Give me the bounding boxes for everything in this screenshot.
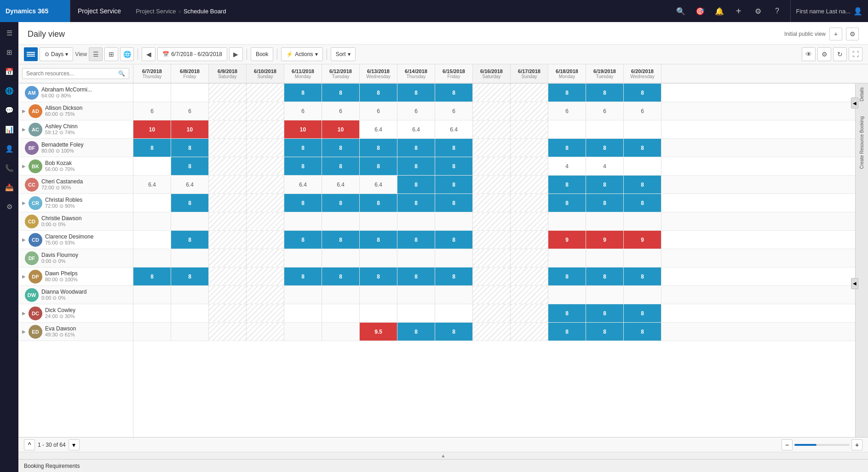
day-cell[interactable]: 8 <box>435 323 473 341</box>
day-cell[interactable]: 8 <box>360 194 397 212</box>
day-cell[interactable] <box>209 249 247 267</box>
zoom-in-button[interactable]: + <box>851 439 862 450</box>
sidebar-chart-icon[interactable]: 📊 <box>0 120 18 139</box>
resource-info-row[interactable]: DW Dianna Woodward 0:00 ⊙ 0% <box>18 286 133 304</box>
resource-info-row[interactable]: CC Cheri Castaneda 72:00 ⊙ 90% <box>18 176 133 194</box>
day-cell[interactable] <box>360 212 397 230</box>
create-booking-collapse-button[interactable]: ◀ <box>851 278 858 289</box>
resource-info-row[interactable]: DF Davis Flournoy 0:00 ⊙ 0% <box>18 249 133 267</box>
day-cell[interactable] <box>511 176 548 193</box>
refresh-button[interactable]: ↻ <box>833 47 847 61</box>
date-picker-button[interactable]: 📅 6/7/2018 - 6/20/2018 <box>157 47 227 61</box>
day-cell[interactable] <box>511 120 548 138</box>
day-cell[interactable]: 8 <box>435 267 473 285</box>
scroll-indicator[interactable]: ▲ <box>18 452 868 459</box>
day-cell[interactable]: 8 <box>435 231 473 249</box>
day-cell[interactable] <box>511 249 548 267</box>
resource-info-row[interactable]: BF Bernadette Foley 80:00 ⊙ 100% <box>18 139 133 157</box>
day-cell[interactable] <box>209 231 247 249</box>
day-cell[interactable] <box>171 212 209 230</box>
day-cell[interactable] <box>360 286 397 304</box>
day-cell[interactable]: 9 <box>586 231 624 249</box>
day-cell[interactable]: 9 <box>548 231 586 249</box>
resource-info-row[interactable]: ▶ AD Allison Dickson 60:00 ⊙ 75% <box>18 102 133 120</box>
day-cell[interactable] <box>247 231 284 249</box>
day-cell[interactable] <box>247 102 284 120</box>
day-cell[interactable] <box>586 249 624 267</box>
day-cell[interactable]: 8 <box>284 157 322 175</box>
help-icon[interactable]: ? <box>768 0 787 22</box>
day-cell[interactable] <box>511 304 548 322</box>
search-icon[interactable]: 🔍 <box>672 0 690 22</box>
day-cell[interactable]: 8 <box>322 231 360 249</box>
user-area[interactable]: First name Last na... 👤 <box>790 0 868 22</box>
day-cell[interactable] <box>209 267 247 285</box>
day-cell[interactable]: 8 <box>624 139 661 157</box>
day-cell[interactable] <box>247 212 284 230</box>
sidebar-settings2-icon[interactable]: ⚙ <box>0 198 18 216</box>
day-cell[interactable] <box>473 231 511 249</box>
day-cell[interactable] <box>209 323 247 341</box>
day-cell[interactable] <box>247 286 284 304</box>
day-cell[interactable]: 8 <box>397 157 435 175</box>
day-cell[interactable] <box>209 139 247 157</box>
day-cell[interactable]: 8 <box>397 231 435 249</box>
day-cell[interactable] <box>171 286 209 304</box>
actions-button[interactable]: ⚡ Actions ▾ <box>281 47 322 61</box>
day-cell[interactable]: 10 <box>133 120 171 138</box>
sidebar-menu-icon[interactable]: ☰ <box>0 24 18 42</box>
day-cell[interactable]: 8 <box>548 323 586 341</box>
filter-panel-button[interactable] <box>24 47 38 61</box>
day-cell[interactable] <box>209 304 247 322</box>
day-cell[interactable]: 6 <box>435 102 473 120</box>
day-cell[interactable] <box>548 120 586 138</box>
resource-info-row[interactable]: AM Abraham McCormi... 64:00 ⊙ 80% <box>18 84 133 102</box>
day-cell[interactable]: 8 <box>171 157 209 175</box>
day-cell[interactable]: 6 <box>171 102 209 120</box>
bell-icon[interactable]: 🔔 <box>710 0 729 22</box>
day-cell[interactable]: 8 <box>624 194 661 212</box>
resource-search-icon[interactable]: 🔍 <box>115 68 129 79</box>
grid-view-button[interactable]: ⊞ <box>104 47 118 61</box>
details-label[interactable]: Details <box>857 84 866 105</box>
day-cell[interactable] <box>473 176 511 193</box>
day-cell[interactable] <box>624 120 661 138</box>
day-cell[interactable]: 8 <box>435 139 473 157</box>
day-cell[interactable] <box>247 304 284 322</box>
day-cell[interactable] <box>473 102 511 120</box>
sidebar-chat-icon[interactable]: 💬 <box>0 101 18 119</box>
day-cell[interactable] <box>171 304 209 322</box>
day-cell[interactable]: 6.4 <box>284 176 322 193</box>
day-cell[interactable] <box>548 286 586 304</box>
day-cell[interactable]: 8 <box>397 84 435 102</box>
day-cell[interactable]: 4 <box>548 157 586 175</box>
day-cell[interactable]: 10 <box>322 120 360 138</box>
calendar-grid-area[interactable]: 888888886666666666101010106.46.46.488888… <box>133 84 855 437</box>
day-cell[interactable]: 6.4 <box>360 120 397 138</box>
resource-info-row[interactable]: ▶ CD Clarence Desimone 75:00 ⊙ 93% <box>18 231 133 249</box>
day-cell[interactable] <box>397 304 435 322</box>
day-cell[interactable] <box>247 249 284 267</box>
day-cell[interactable]: 6.4 <box>171 176 209 193</box>
day-cell[interactable]: 8 <box>624 176 661 193</box>
day-cell[interactable] <box>586 120 624 138</box>
collapse-rows-button[interactable]: ^ <box>24 439 35 450</box>
day-cell[interactable] <box>511 286 548 304</box>
day-cell[interactable]: 8 <box>397 194 435 212</box>
day-cell[interactable]: 8 <box>586 194 624 212</box>
day-cell[interactable] <box>548 212 586 230</box>
day-cell[interactable]: 10 <box>284 120 322 138</box>
day-cell[interactable] <box>133 212 171 230</box>
day-cell[interactable] <box>322 249 360 267</box>
day-cell[interactable]: 8 <box>171 231 209 249</box>
day-cell[interactable] <box>548 249 586 267</box>
day-cell[interactable]: 8 <box>586 176 624 193</box>
sidebar-person-icon[interactable]: 👤 <box>0 140 18 158</box>
day-cell[interactable] <box>209 84 247 102</box>
day-cell[interactable]: 8 <box>322 157 360 175</box>
sidebar-schedule-icon[interactable]: 📅 <box>0 63 18 81</box>
day-cell[interactable] <box>473 323 511 341</box>
day-cell[interactable] <box>247 157 284 175</box>
day-cell[interactable] <box>586 286 624 304</box>
day-cell[interactable]: 6.4 <box>397 120 435 138</box>
